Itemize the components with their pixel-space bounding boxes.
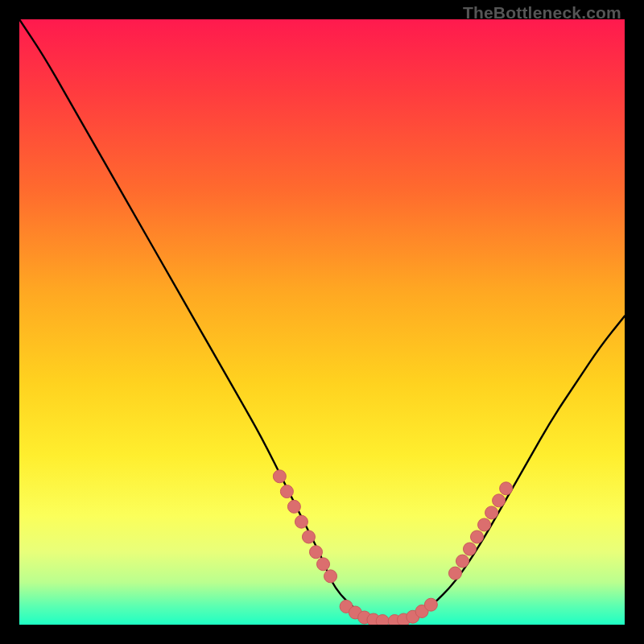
marker-right-ascent — [485, 506, 498, 519]
chart-svg — [19, 19, 625, 625]
marker-left-descent — [280, 485, 293, 498]
marker-left-descent — [324, 570, 337, 583]
marker-valley — [376, 614, 389, 625]
marker-valley — [424, 598, 437, 611]
marker-left-descent — [317, 558, 330, 571]
marker-left-descent — [302, 530, 315, 543]
marker-right-ascent — [500, 482, 513, 495]
marker-right-ascent — [463, 543, 476, 555]
chart-stage: TheBottleneck.com — [0, 0, 644, 644]
marker-left-descent — [287, 500, 300, 513]
plot-area — [19, 19, 625, 625]
marker-left-descent — [309, 546, 322, 559]
watermark-label: TheBottleneck.com — [463, 3, 621, 23]
marker-right-ascent — [478, 518, 491, 531]
marker-right-ascent — [493, 494, 506, 507]
marker-right-ascent — [471, 530, 484, 543]
marker-left-descent — [295, 515, 308, 528]
marker-right-ascent — [448, 567, 461, 580]
marker-right-ascent — [456, 555, 469, 568]
marker-left-descent — [273, 470, 286, 483]
bottleneck-curve — [19, 19, 625, 621]
curve-markers — [273, 470, 512, 625]
